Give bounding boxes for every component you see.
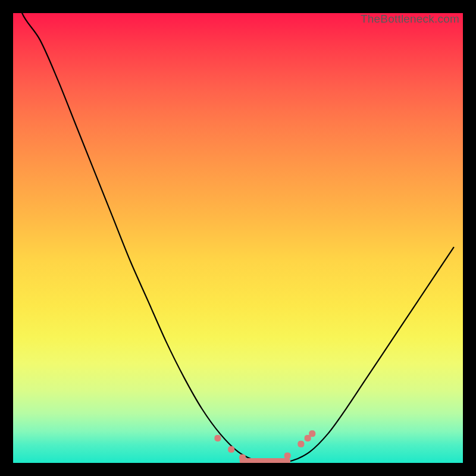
data-marker xyxy=(239,454,246,461)
data-marker xyxy=(214,435,221,441)
chart-frame: TheBottleneck.com xyxy=(0,0,476,476)
data-marker xyxy=(228,446,234,453)
data-marker xyxy=(298,441,304,447)
chart-svg xyxy=(13,13,463,463)
data-marker xyxy=(284,452,291,459)
data-marker xyxy=(250,458,257,463)
data-marker xyxy=(273,459,280,463)
data-marker xyxy=(309,430,315,437)
curve-path xyxy=(13,13,454,463)
plot-area: TheBottleneck.com xyxy=(13,13,463,463)
